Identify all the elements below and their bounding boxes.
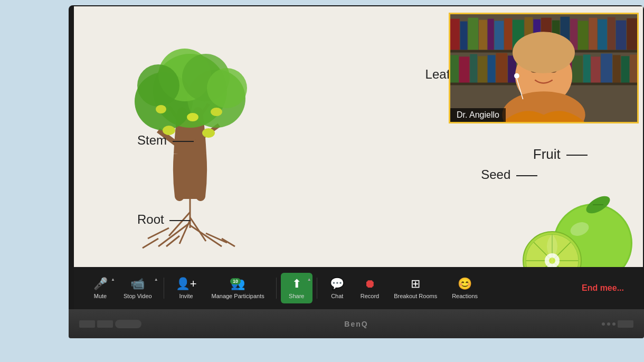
- record-button[interactable]: ⏺ Record: [353, 273, 386, 303]
- seed-line: [516, 175, 537, 176]
- svg-point-24: [202, 128, 215, 138]
- breakout-icon: ⊞: [411, 277, 420, 291]
- chat-icon: 💬: [330, 277, 344, 291]
- svg-rect-98: [601, 53, 612, 83]
- record-icon: ⏺: [364, 277, 376, 291]
- svg-rect-96: [583, 54, 591, 83]
- svg-point-22: [207, 68, 247, 108]
- share-icon: ⬆: [292, 277, 301, 291]
- separator-3: [317, 278, 317, 299]
- svg-rect-97: [591, 56, 600, 83]
- end-meeting-button[interactable]: End mee...: [573, 279, 632, 297]
- breakout-label: Breakout Rooms: [394, 293, 437, 299]
- video-caret[interactable]: ▲: [154, 277, 158, 282]
- root-line: [169, 220, 191, 221]
- svg-line-8: [222, 239, 235, 246]
- chat-label: Chat: [331, 293, 343, 299]
- svg-line-5: [148, 228, 169, 239]
- svg-line-10: [166, 236, 179, 246]
- invite-icon: 👤+: [176, 277, 197, 291]
- bezel-port-2: [97, 320, 113, 328]
- bezel-dot-3: [612, 322, 615, 326]
- svg-point-27: [211, 108, 222, 116]
- reactions-label: Reactions: [452, 293, 478, 299]
- share-caret[interactable]: ▲: [307, 277, 311, 282]
- stem-label: Stem: [137, 133, 194, 148]
- svg-rect-84: [470, 54, 477, 83]
- mute-icon: 🎤: [93, 277, 108, 291]
- bezel-right-controls: [602, 320, 633, 328]
- svg-rect-67: [504, 18, 512, 50]
- bezel-left-controls: [79, 320, 141, 328]
- svg-point-21: [137, 64, 179, 107]
- svg-rect-79: [616, 21, 627, 50]
- svg-rect-85: [478, 56, 487, 83]
- stop-video-icon: 📹: [130, 277, 145, 291]
- svg-line-4: [190, 225, 222, 246]
- share-label: Share: [289, 293, 304, 299]
- mute-caret[interactable]: ▲: [111, 277, 115, 282]
- svg-rect-99: [613, 55, 621, 83]
- fruit-line: [566, 155, 588, 156]
- mute-button[interactable]: 🎤 Mute ▲: [84, 273, 116, 303]
- reactions-icon: 😊: [458, 277, 472, 291]
- benq-logo: BenQ: [344, 320, 368, 328]
- svg-rect-76: [589, 18, 598, 50]
- svg-rect-62: [460, 22, 468, 50]
- camera-feed: Dr. Angiello: [449, 13, 639, 123]
- bezel-port-1: [79, 320, 95, 328]
- svg-rect-75: [578, 21, 589, 50]
- manage-participants-label: Manage Participants: [211, 293, 264, 299]
- fruit-label: Fruit: [533, 146, 588, 163]
- seed-label: Seed: [481, 167, 537, 182]
- svg-rect-83: [459, 56, 470, 83]
- svg-line-7: [143, 239, 158, 248]
- record-label: Record: [361, 293, 379, 299]
- presenter-name-tag: Dr. Angiello: [450, 108, 506, 122]
- svg-rect-64: [479, 20, 487, 50]
- bezel-dot-2: [607, 322, 610, 326]
- toolbar: 🎤 Mute ▲ 📹 Stop Video ▲ 👤+ Invite 👥 10 M…: [74, 267, 643, 309]
- svg-rect-63: [468, 18, 478, 50]
- participants-icon: 👥 10: [231, 277, 245, 291]
- participants-badge: 10: [230, 278, 241, 284]
- screen-content: Stem Root: [74, 6, 643, 309]
- svg-rect-86: [488, 55, 496, 83]
- root-label: Root: [137, 212, 191, 227]
- breakout-rooms-button[interactable]: ⊞ Breakout Rooms: [386, 273, 444, 303]
- chat-button[interactable]: 💬 Chat: [321, 273, 353, 303]
- svg-point-108: [514, 73, 519, 79]
- svg-line-2: [190, 217, 206, 241]
- manage-participants-button[interactable]: 👥 10 Manage Participants: [204, 273, 271, 303]
- svg-point-26: [156, 105, 166, 113]
- mute-label: Mute: [94, 293, 107, 299]
- monitor-bezel-bottom: BenQ: [69, 309, 644, 338]
- svg-point-25: [187, 113, 198, 121]
- svg-rect-78: [608, 17, 615, 50]
- separator-1: [164, 278, 164, 299]
- svg-rect-82: [450, 55, 459, 83]
- svg-point-107: [513, 32, 575, 73]
- bezel-speaker: [115, 320, 141, 328]
- stop-video-button[interactable]: 📹 Stop Video ▲: [116, 273, 159, 303]
- svg-rect-61: [450, 19, 460, 50]
- svg-rect-101: [630, 54, 637, 83]
- bezel-dot-1: [602, 322, 605, 326]
- stop-video-label: Stop Video: [124, 293, 152, 299]
- reactions-button[interactable]: 😊 Reactions: [444, 273, 485, 303]
- svg-rect-65: [488, 19, 494, 50]
- invite-label: Invite: [179, 293, 193, 299]
- svg-rect-66: [495, 21, 504, 50]
- svg-rect-80: [627, 18, 637, 50]
- svg-rect-77: [598, 20, 607, 50]
- invite-button[interactable]: 👤+ Invite: [168, 273, 204, 303]
- svg-rect-100: [621, 56, 630, 83]
- share-button[interactable]: ⬆ Share ▲: [281, 273, 312, 303]
- svg-rect-87: [496, 53, 508, 83]
- stem-line: [173, 141, 194, 142]
- separator-2: [276, 278, 277, 299]
- svg-rect-95: [572, 55, 583, 83]
- bezel-button[interactable]: [618, 320, 633, 328]
- camera-background: Dr. Angiello: [450, 14, 637, 122]
